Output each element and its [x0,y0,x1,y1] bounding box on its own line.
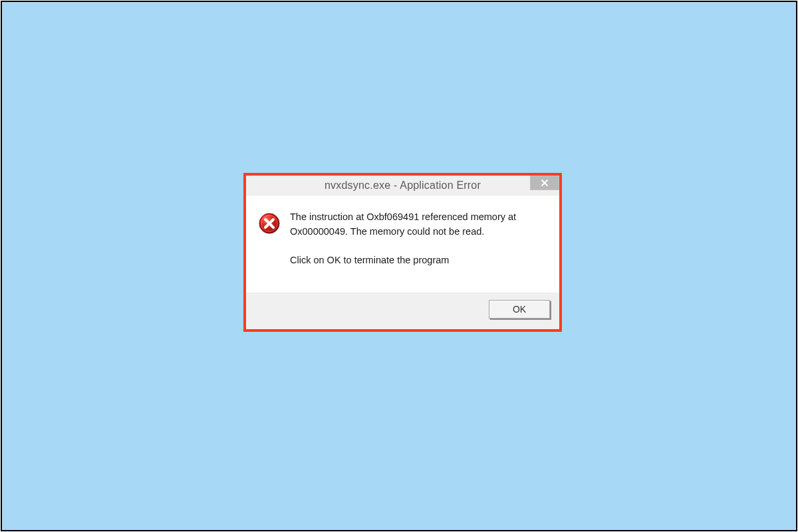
dialog-message-line1: The instruction at Oxbf069491 referenced… [290,211,547,224]
ok-button[interactable]: OK [489,300,550,319]
dialog-actions: OK [246,293,559,329]
dialog-titlebar[interactable]: nvxdsync.exe - Application Error [246,176,559,196]
close-icon [541,179,549,187]
desktop-backdrop: nvxdsync.exe - Application Error [1,1,797,531]
error-icon [258,212,281,235]
error-dialog: nvxdsync.exe - Application Error [243,173,562,332]
dialog-message-line2: Ox00000049. The memory could not be read… [290,225,547,239]
close-button[interactable] [530,176,559,190]
dialog-body: The instruction at Oxbf069491 referenced… [246,196,559,293]
dialog-title: nvxdsync.exe - Application Error [246,180,559,192]
dialog-message: The instruction at Oxbf069491 referenced… [290,211,547,267]
dialog-message-sub: Click on OK to terminate the program [290,254,547,267]
